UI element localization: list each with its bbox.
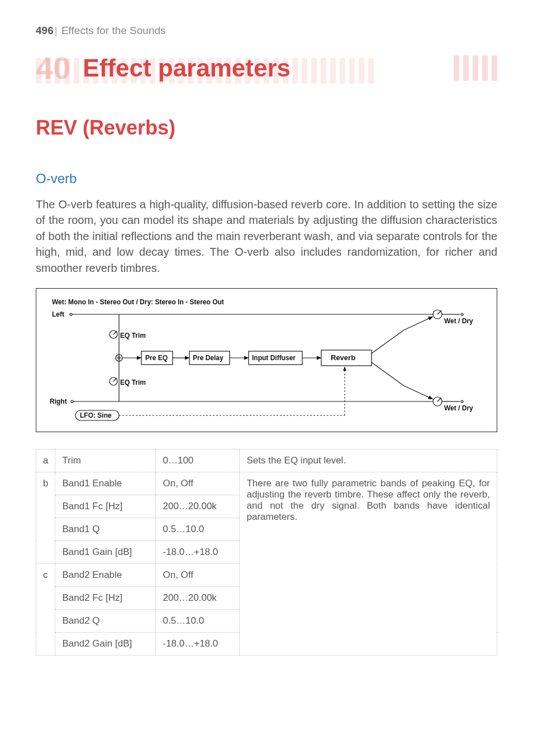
svg-line-21 — [372, 330, 404, 353]
diagram-right-label: Right — [50, 398, 67, 405]
row-range: 0…100 — [156, 449, 240, 472]
chapter-heading-row: 40 Effect parameters — [36, 52, 497, 84]
row-range: 0.5…10.0 — [156, 518, 240, 540]
row-key: b — [36, 472, 55, 563]
row-name: Band2 Enable — [55, 563, 156, 586]
section-heading: REV (Reverbs) — [36, 116, 497, 140]
row-name: Band2 Q — [55, 609, 156, 632]
row-range: 0.5…10.0 — [156, 609, 240, 632]
chapter-number: 40 — [36, 52, 70, 84]
diagram-lfo: LFO: Sine — [80, 412, 112, 419]
svg-point-28 — [461, 313, 463, 315]
table-row: a Trim 0…100 Sets the EQ input level. — [36, 449, 497, 472]
row-range: On, Off — [156, 563, 240, 586]
diagram-wet-dry-top: Wet / Dry — [444, 317, 473, 325]
diagram-input-diffuser: Input Diffuser — [252, 354, 296, 362]
sub-heading: O-verb — [36, 171, 497, 186]
parameter-table: a Trim 0…100 Sets the EQ input level. b … — [36, 449, 497, 655]
row-name: Band1 Fc [Hz] — [55, 495, 156, 518]
row-name: Trim — [55, 449, 156, 472]
diagram-pre-eq: Pre EQ — [145, 354, 168, 362]
running-header: 496| Effects for the Sounds — [36, 25, 497, 37]
header-section: Effects for the Sounds — [61, 25, 166, 36]
row-name: Band2 Gain [dB] — [55, 632, 156, 655]
diagram-wet-dry-bottom: Wet / Dry — [444, 404, 473, 412]
row-range: On, Off — [156, 472, 240, 495]
diagram-reverb: Reverb — [331, 353, 355, 362]
decorative-bars-right — [454, 55, 497, 81]
page-number: 496 — [36, 25, 54, 36]
signal-flow-diagram: .lbl { font: 12px Arial; fill: #111; } .… — [36, 288, 497, 432]
row-desc: Sets the EQ input level. — [240, 449, 497, 472]
row-range: 200…20.00k — [156, 495, 240, 518]
svg-line-26 — [404, 317, 433, 330]
body-paragraph: The O-verb features a high-quality, diff… — [36, 197, 497, 276]
diagram-caption: Wet: Mono In - Stereo Out / Dry: Stereo … — [52, 298, 224, 306]
svg-line-32 — [404, 386, 433, 399]
row-name: Band2 Fc [Hz] — [55, 586, 156, 609]
diagram-left-label: Left — [52, 310, 64, 318]
row-name: Band1 Enable — [55, 472, 156, 495]
row-range: -18.0…+18.0 — [156, 540, 240, 563]
row-desc: There are two fully parametric bands of … — [240, 472, 497, 655]
chapter-title: Effect parameters — [83, 56, 291, 80]
diagram-eq-trim-top: EQ Trim — [120, 332, 146, 339]
diagram-eq-trim-bottom: EQ Trim — [120, 379, 146, 386]
row-key: c — [36, 563, 55, 655]
svg-point-3 — [71, 400, 73, 403]
table-row: b Band1 Enable On, Off There are two ful… — [36, 472, 497, 495]
svg-point-34 — [461, 400, 463, 403]
header-separator: | — [55, 25, 58, 36]
svg-point-0 — [70, 313, 72, 315]
row-name: Band1 Q — [55, 518, 156, 540]
row-range: 200…20.00k — [156, 586, 240, 609]
row-range: -18.0…+18.0 — [156, 632, 240, 655]
row-key: a — [36, 449, 55, 472]
row-name: Band1 Gain [dB] — [55, 540, 156, 563]
diagram-pre-delay: Pre Delay — [193, 354, 223, 362]
svg-line-22 — [372, 362, 404, 386]
